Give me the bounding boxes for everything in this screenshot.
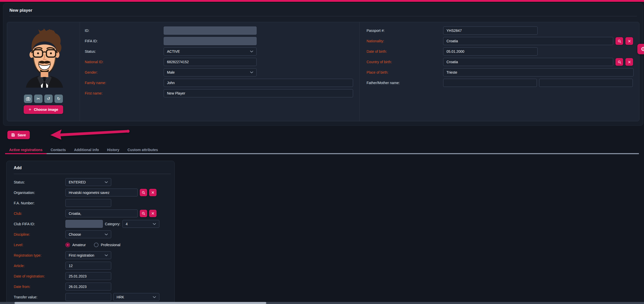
registration-type-select[interactable]: First registration: [65, 251, 111, 259]
tab-contacts[interactable]: Contacts: [47, 147, 70, 153]
organisation-search-button[interactable]: [140, 189, 147, 196]
organisation-clear-button[interactable]: [149, 189, 157, 196]
player-avatar-image: [19, 28, 68, 88]
level-radio-label-professional[interactable]: Professional: [101, 243, 120, 247]
save-button[interactable]: Save: [7, 131, 30, 139]
country-of-birth-clear-button[interactable]: [625, 58, 633, 66]
form-row-place-of-birth: Place of birth:: [367, 68, 639, 76]
form-row-parent-name: Father/Mother name:: [367, 79, 639, 87]
country-of-birth-input[interactable]: [443, 58, 613, 66]
form-row-gender: Gender:Male: [85, 68, 359, 76]
form-row-nationality: Nationality:: [367, 37, 639, 45]
gender-select[interactable]: Male: [164, 68, 257, 76]
club-input[interactable]: [65, 209, 138, 217]
form-row-country-of-birth: Country of birth:: [367, 58, 639, 66]
close-icon: [151, 212, 155, 215]
form-row-passport-number: Passport #:: [367, 27, 639, 35]
national-id-input[interactable]: [164, 58, 257, 66]
scissors-icon: ✂: [37, 97, 40, 101]
currency-select[interactable]: HRK: [113, 293, 159, 301]
fa-number-input[interactable]: [65, 199, 111, 207]
form-row-date-from: Date from:: [14, 283, 171, 290]
fifa-id-input: [164, 37, 257, 45]
fa-number-label: F.A. Number:: [14, 201, 65, 205]
article-input[interactable]: [65, 262, 111, 270]
form-row-date-of-birth: Date of birth:: [367, 47, 639, 56]
form-row-club-fifa-id: Club FIFA ID:Category:4: [14, 220, 171, 228]
status-select[interactable]: ACTIVE: [164, 47, 257, 56]
date-of-registration-label: Date of registration:: [14, 274, 65, 278]
form-row-first-name: First name:: [85, 89, 359, 97]
club-search-button[interactable]: [140, 210, 147, 217]
page-title: New player: [7, 4, 639, 16]
level-radio-label-amateur[interactable]: Amateur: [72, 243, 86, 247]
camera-button[interactable]: [24, 95, 32, 103]
tab-additional-info[interactable]: Additional info: [70, 147, 103, 153]
nationality-clear-button[interactable]: [625, 37, 633, 45]
chevron-down-icon: [105, 254, 108, 256]
horizontal-scrollbar[interactable]: [0, 302, 644, 304]
discipline-label: Discipline:: [14, 232, 65, 236]
category-label: Category:: [105, 222, 120, 226]
chevron-down-icon: [250, 71, 253, 73]
form-row-national-id: National ID:: [85, 58, 359, 66]
date-of-birth-input[interactable]: [443, 47, 538, 56]
save-label: Save: [18, 133, 26, 137]
gear-icon: ⚙: [641, 46, 644, 52]
country-of-birth-search-button[interactable]: [615, 58, 623, 66]
scrollbar-thumb[interactable]: [15, 302, 266, 304]
choose-image-button[interactable]: + Choose image: [24, 105, 63, 114]
image-tools: ✂↺↻: [24, 95, 63, 103]
chevron-down-icon: [153, 296, 156, 298]
tab-history[interactable]: History: [103, 147, 123, 153]
tab-custom-attributes[interactable]: Custom attributes: [123, 147, 162, 153]
transfer-value-label: Transfer value:: [14, 295, 65, 299]
annotation-arrow: [50, 127, 132, 140]
tab-active-registrations[interactable]: Active registrations: [5, 147, 47, 153]
crop-button[interactable]: ✂: [34, 95, 43, 103]
level-radio-professional[interactable]: [94, 243, 99, 247]
rotate-left-icon: ↺: [47, 97, 50, 101]
form-row-reg-status: Status:ENTERED: [14, 178, 171, 186]
settings-gear-button[interactable]: ⚙: [637, 44, 644, 54]
tabs: Active registrationsContactsAdditional i…: [5, 147, 639, 154]
parent-name-label: Father/Mother name:: [367, 81, 443, 85]
parent-name-2-input[interactable]: [539, 79, 633, 87]
passport-number-input[interactable]: [443, 27, 538, 35]
player-details-card: New player: [3, 3, 643, 126]
family-name-input[interactable]: [164, 79, 353, 87]
form-row-fifa-id: FIFA ID:: [85, 37, 359, 45]
nationality-input[interactable]: [443, 37, 613, 45]
reg-status-select[interactable]: ENTERED: [65, 178, 111, 186]
form-row-family-name: Family name:: [85, 79, 359, 87]
avatar-section: ✂↺↻ + Choose image: [7, 22, 80, 121]
date-from-input[interactable]: [65, 283, 111, 290]
article-label: Article:: [14, 264, 65, 268]
parent-name-1-input[interactable]: [443, 79, 537, 87]
nationality-search-button[interactable]: [615, 37, 623, 45]
search-icon: [142, 191, 145, 194]
player-form-right: Passport #:Nationality:Date of birth:Cou…: [360, 22, 639, 121]
date-of-registration-input[interactable]: [65, 272, 111, 280]
reg-status-selected-value: ENTERED: [69, 180, 86, 184]
choose-image-label: Choose image: [34, 108, 58, 112]
club-label: Club:: [14, 212, 65, 216]
player-form-card: ✂↺↻ + Choose image ID:FIFA ID:Status:ACT…: [7, 22, 639, 121]
club-clear-button[interactable]: [149, 210, 157, 217]
organisation-input[interactable]: [65, 189, 138, 196]
search-icon: [618, 60, 621, 64]
close-icon: [627, 60, 631, 64]
organisation-label: Organisation:: [14, 191, 65, 195]
place-of-birth-input[interactable]: [443, 68, 634, 76]
family-name-label: Family name:: [85, 81, 164, 85]
first-name-input[interactable]: [164, 89, 353, 97]
level-radio-amateur[interactable]: [65, 243, 70, 247]
transfer-value-input[interactable]: [65, 293, 111, 301]
category-select[interactable]: 4: [122, 220, 159, 228]
plus-icon: +: [29, 107, 31, 112]
discipline-select[interactable]: Choose: [65, 230, 111, 238]
rotate-left-button[interactable]: ↺: [44, 95, 53, 103]
floppy-disk-icon: [11, 133, 15, 137]
rotate-right-button[interactable]: ↻: [54, 95, 63, 103]
national-id-label: National ID:: [85, 60, 164, 64]
